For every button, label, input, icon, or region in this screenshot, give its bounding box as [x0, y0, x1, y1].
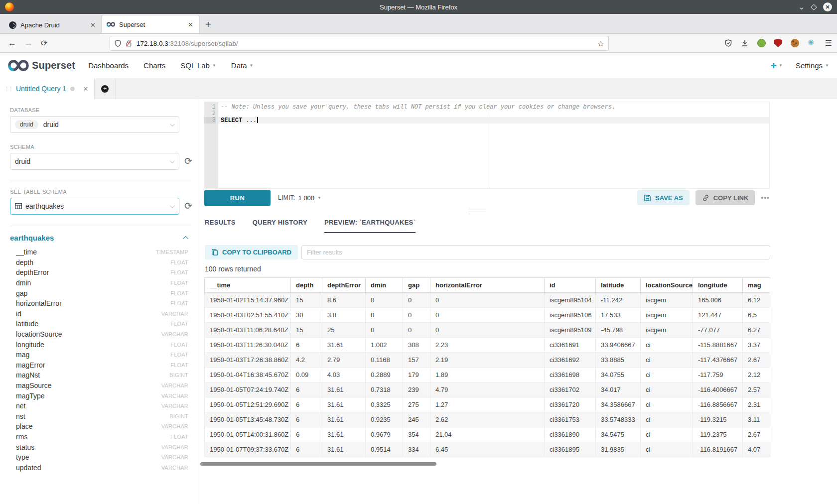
- window-close-icon[interactable]: ✕: [823, 2, 832, 11]
- column-header[interactable]: locationSource: [641, 278, 693, 293]
- table-cell: 1950-01-05T14:00:31.860Z: [205, 427, 291, 442]
- shield-check-icon[interactable]: [724, 39, 732, 47]
- column-name: type: [16, 453, 29, 461]
- close-tab-icon[interactable]: ✕: [89, 21, 97, 29]
- nav-dashboards[interactable]: Dashboards: [88, 61, 129, 70]
- schema-column-row: magErrorFLOAT: [10, 360, 188, 371]
- column-header[interactable]: id: [545, 278, 596, 293]
- ublock-shield-icon[interactable]: [774, 39, 782, 47]
- tab-query-history[interactable]: QUERY HISTORY: [253, 219, 307, 232]
- close-query-tab-icon[interactable]: ✕: [83, 85, 88, 93]
- settings-menu[interactable]: Settings▼: [796, 61, 829, 70]
- nav-charts[interactable]: Charts: [143, 61, 165, 70]
- window-minimize-icon[interactable]: ⌄: [798, 4, 805, 9]
- table-cell: 2.12: [743, 368, 770, 382]
- nav-sql-lab[interactable]: SQL Lab▼: [180, 61, 216, 70]
- column-header[interactable]: longitude: [693, 278, 743, 293]
- sql-comment-line: -- Note: Unless you save your query, the…: [221, 104, 615, 111]
- table-cell: 1.002: [366, 338, 403, 353]
- window-maximize-icon[interactable]: [811, 4, 817, 10]
- collapse-chevron-up-icon[interactable]: [183, 236, 188, 241]
- drag-handle-icon[interactable]: ⋮⋮: [4, 86, 12, 91]
- tab-results[interactable]: RESULTS: [205, 219, 236, 232]
- column-header[interactable]: latitude: [596, 278, 641, 293]
- table-row: 1950-01-03T11:26:30.040Z631.611.0023082.…: [205, 338, 770, 353]
- table-cell: 6: [291, 338, 322, 353]
- column-type: FLOAT: [170, 290, 188, 296]
- column-header[interactable]: __time: [205, 278, 291, 293]
- column-name: place: [16, 422, 32, 430]
- tab-preview-earthquakes[interactable]: PREVIEW: `EARTHQUAKES`: [324, 219, 416, 232]
- column-header[interactable]: horizontalError: [430, 278, 545, 293]
- column-type: FLOAT: [170, 259, 188, 265]
- schema-column-row: locationSourceVARCHAR: [10, 329, 188, 340]
- column-type: FLOAT: [170, 352, 188, 358]
- column-name: id: [16, 310, 21, 318]
- column-name: depthError: [16, 268, 49, 276]
- superset-logo[interactable]: Superset: [8, 59, 75, 72]
- table-cell: -77.077: [693, 323, 743, 338]
- forward-icon[interactable]: →: [24, 38, 33, 48]
- table-cell: 6.45: [430, 442, 545, 457]
- column-header[interactable]: depthError: [322, 278, 366, 293]
- table-cell: -45.798: [596, 323, 641, 338]
- cookie-extension-icon[interactable]: [791, 39, 799, 47]
- limit-dropdown[interactable]: LIMIT: 1 000 ▼: [278, 194, 321, 202]
- column-header[interactable]: dmin: [366, 278, 403, 293]
- column-type: VARCHAR: [161, 311, 188, 317]
- menu-hamburger-icon[interactable]: ☰: [825, 38, 832, 48]
- downloads-icon[interactable]: [741, 39, 749, 47]
- column-type: TIMESTAMP: [156, 249, 188, 255]
- column-header[interactable]: depth: [291, 278, 322, 293]
- copy-to-clipboard-button[interactable]: COPY TO CLIPBOARD: [205, 245, 298, 259]
- new-tab-icon[interactable]: +: [205, 19, 211, 33]
- run-button[interactable]: RUN: [204, 190, 271, 206]
- add-query-tab-button[interactable]: +: [95, 78, 116, 99]
- bookmark-star-icon[interactable]: ☆: [597, 39, 604, 48]
- query-tab-untitled[interactable]: ⋮⋮ Untitled Query 1 ✕: [0, 78, 95, 99]
- table-select[interactable]: earthquakes: [10, 198, 179, 215]
- refresh-schema-icon[interactable]: ⟳: [184, 157, 192, 166]
- table-cell: 2.57: [743, 382, 770, 397]
- schema-column-row: dminFLOAT: [10, 278, 188, 288]
- database-select[interactable]: druid druid: [10, 116, 179, 133]
- insecure-lock-icon[interactable]: [125, 39, 133, 47]
- tracking-shield-icon[interactable]: [114, 39, 122, 47]
- table-cell: -117.4376667: [693, 353, 743, 368]
- new-item-button[interactable]: + ▼: [771, 61, 783, 71]
- table-cell: 25: [322, 323, 366, 338]
- sql-editor[interactable]: 1 2 3 -- Note: Unless you save your quer…: [204, 102, 770, 189]
- column-header[interactable]: gap: [403, 278, 430, 293]
- horizontal-scrollbar[interactable]: [200, 462, 436, 466]
- close-tab-icon[interactable]: ✕: [187, 21, 194, 28]
- browser-tab-druid[interactable]: Apache Druid ✕: [4, 16, 102, 33]
- table-cell: ci3361753: [545, 412, 596, 427]
- table-row: 1950-01-03T17:26:38.860Z4.22.790.1168157…: [205, 353, 770, 368]
- reload-icon[interactable]: ⟳: [41, 38, 47, 48]
- query-tab-bar: ⋮⋮ Untitled Query 1 ✕ +: [0, 78, 837, 99]
- url-bar[interactable]: 172.18.0.3:32108/superset/sqllab/ ☆: [110, 36, 609, 51]
- save-as-button[interactable]: SAVE AS: [637, 190, 690, 205]
- more-actions-icon[interactable]: •••: [761, 194, 770, 202]
- table-cell: 1950-01-07T09:37:33.670Z: [205, 442, 291, 457]
- table-cell: iscgem895109: [545, 323, 596, 338]
- back-icon[interactable]: ←: [8, 38, 16, 48]
- pane-resize-handle[interactable]: [468, 210, 486, 214]
- table-cell: 0.9679: [366, 427, 403, 442]
- copy-link-button[interactable]: COPY LINK: [696, 190, 755, 205]
- editor-code-area[interactable]: -- Note: Unless you save your query, the…: [218, 102, 769, 188]
- table-cell: 34.5475: [596, 427, 641, 442]
- schema-select[interactable]: druid: [10, 153, 179, 170]
- browser-tab-superset[interactable]: Superset ✕: [102, 15, 199, 33]
- table-cell: 2.23: [430, 338, 545, 353]
- line-number: 3: [204, 117, 216, 124]
- table-schema-title[interactable]: earthquakes: [10, 234, 54, 242]
- nav-data[interactable]: Data▼: [231, 61, 254, 70]
- table-cell: 1.89: [430, 368, 545, 382]
- refresh-table-icon[interactable]: ⟳: [184, 202, 192, 211]
- sparkle-extension-icon[interactable]: ✳✳: [808, 39, 817, 48]
- column-header[interactable]: mag: [743, 278, 770, 293]
- filter-results-input[interactable]: [301, 245, 770, 259]
- extension-green-icon[interactable]: [757, 39, 766, 47]
- table-cell: 30: [291, 308, 322, 323]
